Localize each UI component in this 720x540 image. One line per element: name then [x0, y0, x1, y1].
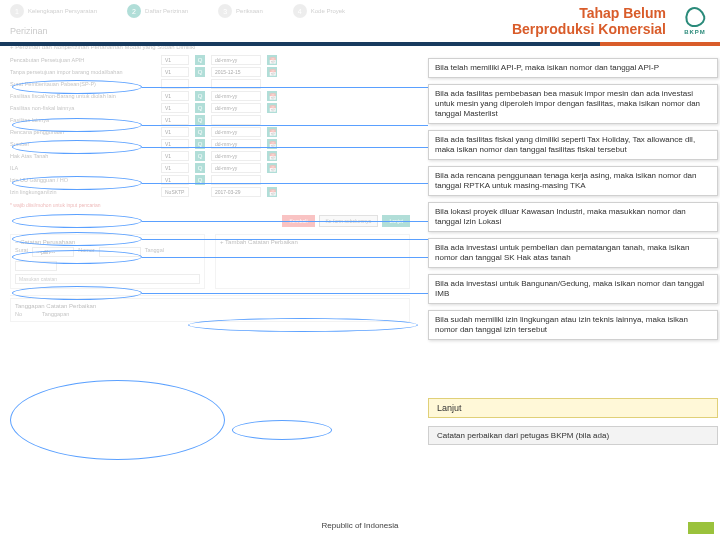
date-input[interactable]: [211, 79, 261, 89]
calendar-icon[interactable]: 📅: [267, 187, 277, 197]
search-icon[interactable]: Q: [195, 127, 205, 137]
num-input[interactable]: [161, 91, 189, 101]
search-icon[interactable]: Q: [195, 67, 205, 77]
num-input[interactable]: [161, 67, 189, 77]
date-input[interactable]: [211, 103, 261, 113]
field-catatan[interactable]: [15, 274, 200, 284]
page-title: Tahap Belum Berproduksi Komersial: [512, 5, 666, 37]
row-label: Fasilitas non-fiskal lainnya: [10, 105, 155, 111]
num-input[interactable]: [161, 79, 189, 89]
field-nomor[interactable]: [99, 247, 141, 257]
date-input[interactable]: [211, 67, 261, 77]
form-row: ILAQ📅: [0, 162, 425, 174]
row-label: Fasilitas lainnya: [10, 117, 155, 123]
col-no: No: [15, 311, 22, 317]
num-input[interactable]: [161, 127, 189, 137]
logo-icon: [683, 5, 707, 29]
logo-text: BKPM: [684, 29, 706, 35]
form-row: Fasilitas fiscal/non-Barang untuk diolah…: [0, 90, 425, 102]
calendar-icon[interactable]: 📅: [267, 163, 277, 173]
num-input[interactable]: [161, 163, 189, 173]
form-row: Rencana penggunaanQ📅: [0, 126, 425, 138]
date-input[interactable]: [211, 139, 261, 149]
form-row: Izin lingkungan/izin📅: [0, 186, 425, 198]
required-note: * wajib diisi/mohon untuk input pencaria…: [0, 198, 425, 212]
num-input[interactable]: [161, 187, 189, 197]
prev-button[interactable]: Ke form sebelumnya: [319, 215, 379, 227]
title-line-1: Tahap Belum: [512, 5, 666, 21]
num-input[interactable]: [161, 151, 189, 161]
date-input[interactable]: [211, 187, 261, 197]
date-input[interactable]: [211, 151, 261, 161]
field-tanggal-label: Tanggal: [145, 247, 164, 257]
row-label: Rencana penggunaan: [10, 129, 155, 135]
info-box: Bila sudah memiliki izin lingkungan atau…: [428, 310, 718, 340]
form-row: Hak Atas TanahQ📅: [0, 150, 425, 162]
form-row: Izin UU Gangguan / HOQ: [0, 174, 425, 186]
date-input[interactable]: [211, 163, 261, 173]
lower-boxes: Lanjut Catatan perbaikan dari petugas BK…: [428, 398, 718, 445]
header-underline: [0, 42, 720, 46]
num-input[interactable]: [161, 103, 189, 113]
back-button[interactable]: Kembali: [282, 215, 314, 227]
search-icon[interactable]: Q: [195, 55, 205, 65]
num-input[interactable]: [161, 55, 189, 65]
panel-tambah: + Tambah Catatan Perbaikan: [215, 234, 410, 289]
row-label: Pencabutan Persetujuan APIH: [10, 57, 155, 63]
row-label: Sumber: [10, 141, 155, 147]
form-row: Fasilitas lainnyaQ: [0, 114, 425, 126]
calendar-icon[interactable]: 📅: [267, 139, 277, 149]
field-nomor-label: Nomor: [78, 247, 95, 257]
background-app: 1Kelengkapan Persyaratan 2Daftar Perizin…: [0, 0, 425, 540]
row-label: Izin lingkungan/izin: [10, 189, 155, 195]
date-input[interactable]: [211, 115, 261, 125]
row-label: Fasilitas fiscal/non-Barang untuk diolah…: [10, 93, 155, 99]
info-box: Bila ada investasi untuk Bangunan/Gedung…: [428, 274, 718, 304]
calendar-icon[interactable]: 📅: [267, 103, 277, 113]
calendar-icon[interactable]: 📅: [267, 127, 277, 137]
info-box: Bila ada fasilitas fiskal yang dimiliki …: [428, 130, 718, 160]
bottom-panels: − Catatan Perusahaan Surat Nomor Tanggal…: [0, 230, 420, 293]
num-input[interactable]: [161, 139, 189, 149]
col-tanggapan: Tanggapan: [42, 311, 69, 317]
date-input[interactable]: [211, 175, 261, 185]
info-box: Bila ada rencana penggunaan tenaga kerja…: [428, 166, 718, 196]
form-row: Pencabutan Persetujuan APIHQ📅: [0, 54, 425, 66]
lanjut-box: Lanjut: [428, 398, 718, 418]
row-label: ILA: [10, 165, 155, 171]
search-icon[interactable]: Q: [195, 103, 205, 113]
footer-text: Republic of Indonesia: [322, 521, 399, 530]
search-icon[interactable]: Q: [195, 151, 205, 161]
search-icon[interactable]: Q: [195, 163, 205, 173]
row-label: Surat Pemberitauan Pabean(SP-P): [10, 81, 155, 87]
panel-tanggapan: Tanggapan Catatan Perbaikan NoTanggapan: [10, 298, 410, 322]
search-icon[interactable]: Q: [195, 175, 205, 185]
info-box: Bila lokasi proyek diluar Kawasan Indust…: [428, 202, 718, 232]
row-label: Tanpa persetujuan impor barang modal/bah…: [10, 69, 155, 75]
next-button[interactable]: Lanjut: [382, 215, 410, 227]
field-surat-label: Surat: [15, 247, 28, 257]
date-input[interactable]: [211, 127, 261, 137]
row-label: Izin UU Gangguan / HO: [10, 177, 155, 183]
calendar-icon[interactable]: 📅: [267, 151, 277, 161]
calendar-icon[interactable]: 📅: [267, 67, 277, 77]
field-surat[interactable]: [32, 247, 74, 257]
info-box: Bila telah memiliki API-P, maka isikan n…: [428, 58, 718, 78]
search-icon[interactable]: Q: [195, 115, 205, 125]
field-tanggal[interactable]: [15, 261, 57, 271]
calendar-icon[interactable]: 📅: [267, 91, 277, 101]
num-input[interactable]: [161, 175, 189, 185]
date-input[interactable]: [211, 55, 261, 65]
date-input[interactable]: [211, 91, 261, 101]
form-row: Fasilitas non-fiskal lainnyaQ📅: [0, 102, 425, 114]
num-input[interactable]: [161, 115, 189, 125]
search-icon[interactable]: Q: [195, 91, 205, 101]
search-icon[interactable]: Q: [195, 139, 205, 149]
row-label: Hak Atas Tanah: [10, 153, 155, 159]
title-line-2: Berproduksi Komersial: [512, 21, 666, 37]
panel-tambah-title: + Tambah Catatan Perbaikan: [220, 239, 405, 245]
calendar-icon[interactable]: 📅: [267, 55, 277, 65]
header: Tahap Belum Berproduksi Komersial BKPM: [0, 0, 720, 42]
info-box: Bila ada investasi untuk pembelian dan p…: [428, 238, 718, 268]
divider: [10, 295, 410, 296]
